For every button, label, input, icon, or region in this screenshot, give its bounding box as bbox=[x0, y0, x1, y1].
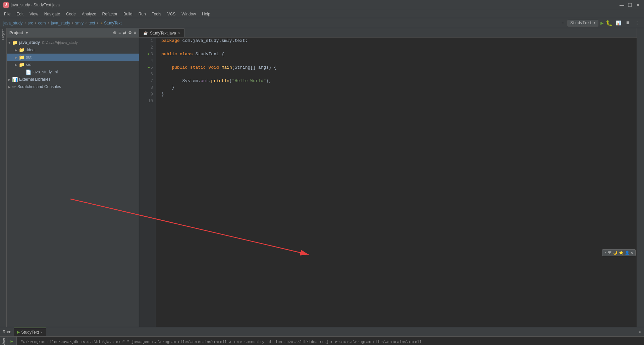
line-1: 1 bbox=[139, 38, 153, 44]
structure-label: Structure bbox=[2, 338, 5, 345]
console-run-button[interactable]: ▶ bbox=[9, 338, 15, 344]
menu-item-window[interactable]: Window bbox=[179, 11, 199, 17]
tree-item-external-libraries[interactable]: ▶ 📊 External Libraries bbox=[7, 76, 139, 83]
tree-label-iml: java_study.iml bbox=[33, 70, 58, 74]
breadcrumb-java-study2[interactable]: java_study bbox=[51, 21, 70, 25]
run-button[interactable]: ▶ bbox=[600, 20, 604, 26]
menu-item-file[interactable]: File bbox=[1, 11, 13, 17]
run-with-coverage-button[interactable]: 📊 bbox=[614, 20, 623, 26]
project-panel: Project ▼ ⊕ ≡ ⇄ ⚙ × ▼ 📁 java_study C:\Ja… bbox=[7, 28, 139, 327]
editor-area: ☕ StudyText.java × 1 2 ▶3 4 ▶5 6 7 8 9 1… bbox=[139, 28, 637, 327]
ime-check[interactable]: ✓ bbox=[604, 251, 607, 255]
code-line-6 bbox=[161, 71, 631, 78]
breadcrumb-com[interactable]: com bbox=[38, 21, 46, 25]
ime-user[interactable]: 👤 bbox=[625, 251, 630, 255]
tree-label-idea: .idea bbox=[26, 48, 35, 52]
tree-item-scratches[interactable]: ▶ ✏ Scratches and Consoles bbox=[7, 83, 139, 90]
line-9: 9 bbox=[139, 91, 153, 98]
console-cmd-line: "C:\Program Files\Java\jdk-15.0.1\bin\ja… bbox=[21, 339, 640, 345]
line-7: 7 bbox=[139, 78, 153, 84]
expand-arrow-ext: ▶ bbox=[7, 78, 12, 81]
menu-item-analyze[interactable]: Analyze bbox=[79, 11, 99, 17]
run-config[interactable]: StudyText ▼ bbox=[568, 20, 599, 26]
minimize-button[interactable]: — bbox=[619, 2, 625, 8]
run-label: Run: bbox=[3, 330, 11, 334]
tree-item-src[interactable]: ▶ 📁 src bbox=[7, 61, 139, 68]
project-sidebar-label[interactable]: Project bbox=[1, 29, 5, 40]
tab-label: StudyText.java bbox=[150, 31, 176, 36]
run-tab-label: StudyText bbox=[21, 330, 39, 335]
run-tab-studytext[interactable]: ▶ StudyText × bbox=[14, 328, 46, 336]
settings-icon[interactable]: ⚙ bbox=[128, 30, 132, 35]
run-panel-icons: ⚙ bbox=[639, 329, 641, 335]
line-2: 2 bbox=[139, 44, 153, 51]
close-button[interactable]: ✕ bbox=[635, 2, 641, 8]
code-line-7: System.out.println("Hello World"); bbox=[161, 78, 631, 84]
expand-arrow-idea: ▶ bbox=[13, 48, 19, 52]
editor-tab-studytext[interactable]: ☕ StudyText.java × bbox=[139, 28, 184, 37]
code-line-2 bbox=[161, 44, 631, 51]
locate-file-icon[interactable]: ⊕ bbox=[113, 30, 116, 35]
more-button[interactable]: ⋮ bbox=[634, 20, 641, 26]
maximize-button[interactable]: ❐ bbox=[627, 2, 633, 8]
expand-arrow-scratches: ▶ bbox=[7, 85, 12, 89]
project-panel-title: Project bbox=[9, 30, 23, 35]
project-tree: ▼ 📁 java_study C:\JavaPrj\java_study ▶ 📁… bbox=[7, 38, 139, 327]
left-sidebar-icons: Project bbox=[0, 28, 7, 327]
breadcrumb-text[interactable]: text bbox=[89, 21, 95, 25]
tree-item-iml[interactable]: 📄 java_study.iml bbox=[7, 68, 139, 76]
run-settings-icon[interactable]: ⚙ bbox=[639, 329, 641, 335]
line-10: 10 bbox=[139, 98, 153, 105]
ime-star[interactable]: ⭐ bbox=[619, 251, 624, 255]
main-area: Project Project ▼ ⊕ ≡ ⇄ ⚙ × ▼ 📁 java_stu… bbox=[0, 28, 644, 327]
ime-moon[interactable]: 🌙 bbox=[613, 251, 618, 255]
tab-close-icon[interactable]: × bbox=[178, 31, 180, 35]
menu-item-navigate[interactable]: Navigate bbox=[42, 11, 63, 17]
scratches-icon: ✏ bbox=[12, 84, 16, 89]
toolbar-right: ← StudyText ▼ ▶ 🐛 📊 ⏹ ⋮ bbox=[560, 20, 641, 26]
menu-item-run[interactable]: Run bbox=[136, 11, 149, 17]
tree-item-java-study[interactable]: ▼ 📁 java_study C:\JavaPrj\java_study bbox=[7, 39, 139, 46]
ime-lang[interactable]: 英 bbox=[608, 250, 611, 255]
libraries-icon: 📊 bbox=[12, 77, 18, 82]
menu-item-vcs[interactable]: VCS bbox=[165, 11, 178, 17]
breadcrumb-icon: ☕ bbox=[100, 20, 103, 25]
project-dropdown-icon[interactable]: ▼ bbox=[25, 31, 29, 35]
code-line-9: } bbox=[161, 91, 631, 98]
tree-item-idea[interactable]: ▶ 📁 .idea bbox=[7, 46, 139, 54]
tree-label-external-libraries: External Libraries bbox=[19, 77, 50, 82]
menu-item-refactor[interactable]: Refactor bbox=[100, 11, 120, 17]
menu-item-edit[interactable]: Edit bbox=[14, 11, 26, 17]
breadcrumb-src[interactable]: src bbox=[28, 21, 33, 25]
project-panel-header: Project ▼ ⊕ ≡ ⇄ ⚙ × bbox=[7, 28, 139, 38]
src-folder-icon: 📁 bbox=[19, 62, 24, 67]
app-icon: J bbox=[3, 2, 9, 8]
menu-item-build[interactable]: Build bbox=[121, 11, 135, 17]
menu-bar: FileEditViewNavigateCodeAnalyzeRefactorB… bbox=[0, 10, 644, 18]
line-numbers: 1 2 ▶3 4 ▶5 6 7 8 9 10 bbox=[139, 38, 156, 327]
code-line-3: public class StudyText { bbox=[161, 51, 631, 58]
out-folder-icon: 📁 bbox=[19, 55, 24, 60]
stop-button[interactable]: ⏹ bbox=[625, 20, 632, 26]
breadcrumb-smly[interactable]: smly bbox=[75, 21, 84, 25]
code-editor[interactable]: package com.java_study.smly.text; public… bbox=[156, 38, 637, 327]
expand-collapse-icon[interactable]: ⇄ bbox=[123, 30, 126, 35]
idea-folder-icon: 📁 bbox=[19, 47, 24, 53]
line-8: 8 bbox=[139, 84, 153, 91]
menu-item-help[interactable]: Help bbox=[199, 11, 213, 17]
back-button[interactable]: ← bbox=[560, 20, 566, 26]
breadcrumb-studytext[interactable]: StudyText bbox=[104, 21, 122, 25]
tree-label-out: out bbox=[26, 55, 32, 60]
menu-item-tools[interactable]: Tools bbox=[149, 11, 164, 17]
menu-item-code[interactable]: Code bbox=[63, 11, 78, 17]
breadcrumb-java-study[interactable]: java_study bbox=[3, 21, 22, 25]
close-panel-icon[interactable]: × bbox=[134, 30, 136, 35]
collapse-all-icon[interactable]: ≡ bbox=[118, 30, 121, 35]
run-tab-close[interactable]: × bbox=[40, 330, 42, 334]
tree-item-out[interactable]: ▶ 📁 out bbox=[7, 54, 139, 61]
debug-button[interactable]: 🐛 bbox=[606, 20, 612, 26]
code-line-10 bbox=[161, 98, 631, 105]
ime-settings[interactable]: ⚙ bbox=[631, 251, 633, 255]
menu-item-view[interactable]: View bbox=[27, 11, 41, 17]
expand-arrow: ▼ bbox=[7, 41, 12, 45]
